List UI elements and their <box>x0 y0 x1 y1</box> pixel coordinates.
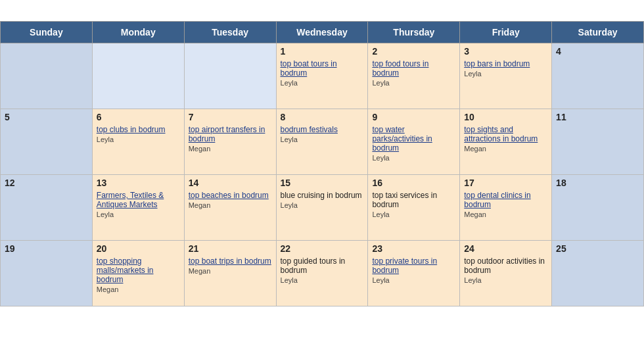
day-number: 15 <box>281 178 364 188</box>
header-tuesday: Tuesday <box>184 22 276 43</box>
calendar-cell: 8bodrum festivalsLeyla <box>276 109 368 175</box>
calendar-cell: 20top shopping malls/markets in bodrumMe… <box>92 241 184 306</box>
header-row: SundayMondayTuesdayWednesdayThursdayFrid… <box>1 22 644 43</box>
event-text: top guided tours in bodrum <box>281 256 364 275</box>
event-link[interactable]: top boat trips in bodrum <box>189 256 272 266</box>
day-number: 9 <box>372 112 455 122</box>
event-link[interactable]: top water parks/activities in bodrum <box>372 125 455 153</box>
calendar-cell: 19 <box>1 241 93 306</box>
event-link[interactable]: top beaches in bodrum <box>189 191 272 200</box>
header-thursday: Thursday <box>368 22 460 43</box>
event-link[interactable]: top boat tours in bodrum <box>281 59 364 78</box>
day-number: 7 <box>189 112 272 122</box>
week-row-1: 56top clubs in bodrumLeyla7top airport t… <box>1 109 644 175</box>
event-text: top outdoor activities in bodrum <box>464 256 547 275</box>
week-row-3: 1920top shopping malls/markets in bodrum… <box>1 241 644 306</box>
event-link[interactable]: top airport transfers in bodrum <box>189 125 272 143</box>
event-owner: Leyla <box>97 210 180 218</box>
event-link[interactable]: top sights and attractions in bodrum <box>464 125 547 143</box>
calendar-cell: 9top water parks/activities in bodrumLey… <box>368 109 460 175</box>
calendar-cell: 15blue cruising in bodrumLeyla <box>276 175 368 241</box>
calendar-cell: 5 <box>1 109 93 175</box>
event-owner: Megan <box>464 145 547 153</box>
event-owner: Leyla <box>464 70 547 78</box>
event-owner: Leyla <box>464 276 547 284</box>
event-owner: Megan <box>464 210 547 218</box>
event-owner: Megan <box>189 267 272 275</box>
event-owner: Megan <box>97 285 180 293</box>
event-text: blue cruising in bodrum <box>281 191 364 200</box>
event-link[interactable]: top private tours in bodrum <box>372 256 455 275</box>
calendar-cell <box>1 43 93 109</box>
day-number: 5 <box>5 112 88 122</box>
event-owner: Leyla <box>281 276 364 284</box>
calendar-cell: 14top beaches in bodrumMegan <box>184 175 276 241</box>
calendar-cell: 24top outdoor activities in bodrumLeyla <box>460 241 552 306</box>
calendar-cell: 6top clubs in bodrumLeyla <box>92 109 184 175</box>
event-link[interactable]: top food tours in bodrum <box>372 59 455 78</box>
calendar-cell: 25 <box>552 241 644 306</box>
event-link[interactable]: bodrum festivals <box>281 125 364 134</box>
week-row-2: 1213Farmers, Textiles & Antiques Markets… <box>1 175 644 241</box>
event-link[interactable]: top clubs in bodrum <box>97 125 180 134</box>
calendar-cell: 23top private tours in bodrumLeyla <box>368 241 460 306</box>
calendar-cell <box>92 43 184 109</box>
day-number: 1 <box>281 46 364 57</box>
header-saturday: Saturday <box>552 22 644 43</box>
day-number: 19 <box>5 243 88 254</box>
day-number: 16 <box>372 178 455 188</box>
event-link[interactable]: Farmers, Textiles & Antiques Markets <box>97 191 180 209</box>
event-owner: Leyla <box>372 210 455 218</box>
day-number: 18 <box>556 178 639 188</box>
calendar-cell: 11 <box>552 109 644 175</box>
event-owner: Leyla <box>97 135 180 143</box>
header-sunday: Sunday <box>1 22 93 43</box>
day-number: 12 <box>5 178 88 188</box>
day-number: 17 <box>464 178 547 188</box>
header-friday: Friday <box>460 22 552 43</box>
day-number: 2 <box>372 46 455 57</box>
calendar-cell <box>184 43 276 109</box>
calendar-cell: 16top taxi services in bodrumLeyla <box>368 175 460 241</box>
calendar-cell: 2top food tours in bodrumLeyla <box>368 43 460 109</box>
calendar-cell: 21top boat trips in bodrumMegan <box>184 241 276 306</box>
event-link[interactable]: top bars in bodrum <box>464 59 547 68</box>
event-owner: Leyla <box>372 154 455 162</box>
event-owner: Leyla <box>281 201 364 209</box>
day-number: 4 <box>556 46 639 57</box>
event-owner: Leyla <box>372 276 455 284</box>
calendar-cell: 18 <box>552 175 644 241</box>
calendar-cell: 7top airport transfers in bodrumMegan <box>184 109 276 175</box>
calendar-cell: 17top dental clinics in bodrumMegan <box>460 175 552 241</box>
day-number: 23 <box>372 243 455 254</box>
header-monday: Monday <box>92 22 184 43</box>
day-number: 11 <box>556 112 639 122</box>
header-wednesday: Wednesday <box>276 22 368 43</box>
event-link[interactable]: top shopping malls/markets in bodrum <box>97 256 180 284</box>
event-text: top taxi services in bodrum <box>372 191 455 209</box>
event-link[interactable]: top dental clinics in bodrum <box>464 191 547 209</box>
calendar-cell: 4 <box>552 43 644 109</box>
calendar-table: SundayMondayTuesdayWednesdayThursdayFrid… <box>0 21 644 306</box>
day-number: 14 <box>189 178 272 188</box>
event-owner: Megan <box>189 145 272 153</box>
day-number: 24 <box>464 243 547 254</box>
event-owner: Megan <box>189 201 272 209</box>
calendar-cell: 3top bars in bodrumLeyla <box>460 43 552 109</box>
calendar-cell: 12 <box>1 175 93 241</box>
day-number: 10 <box>464 112 547 122</box>
calendar-title <box>0 0 644 21</box>
event-owner: Leyla <box>281 79 364 87</box>
day-number: 8 <box>281 112 364 122</box>
event-owner: Leyla <box>372 79 455 87</box>
day-number: 6 <box>97 112 180 122</box>
day-number: 22 <box>281 243 364 254</box>
day-number: 21 <box>189 243 272 254</box>
calendar-cell: 22top guided tours in bodrumLeyla <box>276 241 368 306</box>
week-row-0: 1top boat tours in bodrumLeyla2top food … <box>1 43 644 109</box>
day-number: 25 <box>556 243 639 254</box>
calendar-cell: 10top sights and attractions in bodrumMe… <box>460 109 552 175</box>
day-number: 20 <box>97 243 180 254</box>
calendar-cell: 13Farmers, Textiles & Antiques MarketsLe… <box>92 175 184 241</box>
day-number: 3 <box>464 46 547 57</box>
